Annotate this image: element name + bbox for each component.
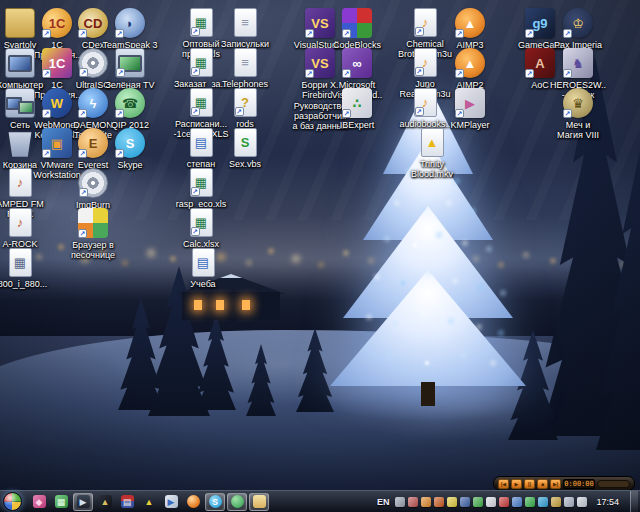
aimp-progress-bar[interactable] <box>597 480 630 488</box>
play-app-icon: ▶ <box>165 495 178 508</box>
pax-imperia-icon: ♔↗ <box>563 8 593 38</box>
show-desktop-button[interactable] <box>630 491 638 512</box>
tray-device-icon[interactable] <box>395 497 405 507</box>
tray-browser-blue-icon[interactable] <box>460 497 470 507</box>
shortcut-arrow-icon: ↗ <box>78 149 87 158</box>
shortcut-arrow-icon: ↗ <box>191 187 200 196</box>
tray-shield-yellow-icon[interactable] <box>447 497 457 507</box>
desktop-icon-might-magic-viii[interactable]: ♛↗Меч и Магия VIII <box>546 88 610 141</box>
desktop-icon-qip-2012[interactable]: ☎↗QIP 2012 <box>98 88 162 130</box>
aimp-prev-button[interactable]: |◀ <box>498 479 509 489</box>
taskbar-globe-app-button[interactable] <box>227 493 247 511</box>
kmplayer-icon: ▶↗ <box>455 88 485 118</box>
shortcut-arrow-icon: ↗ <box>525 69 534 78</box>
tray-skype-tray-icon[interactable] <box>538 497 548 507</box>
tray-orange-app-icon[interactable] <box>421 497 431 507</box>
shortcut-arrow-icon: ↗ <box>79 188 88 197</box>
aimp-deskband[interactable]: |◀▶||■▶| 0:00:00 <box>493 476 635 491</box>
media-window-icon: ▶ <box>77 495 90 508</box>
shortcut-arrow-icon: ↗ <box>342 29 351 38</box>
shortcut-arrow-icon: ↗ <box>42 109 51 118</box>
calc-xlsx-icon: ▦↗ <box>190 208 213 237</box>
desktop-icon-ibexpert[interactable]: ∴↗IBExpert <box>325 88 389 130</box>
desktop-icon-pax-imperia[interactable]: ♔↗Pax Imperia <box>546 8 610 50</box>
codeblocks-icon: ↗ <box>342 8 372 38</box>
desktop-icon-codeblocks[interactable]: ↗CodeBlocks <box>325 8 389 50</box>
system-tray: EN 17:54 <box>374 491 640 512</box>
aimp-stop-button[interactable]: ■ <box>537 479 548 489</box>
aimp-next-button[interactable]: ▶| <box>550 479 561 489</box>
imgburn-icon: ↗ <box>78 168 108 198</box>
8800-file-icon: ▦ <box>9 248 32 277</box>
sex-vbs-icon: S <box>234 128 257 157</box>
taskbar-pink-app-button[interactable]: ◆ <box>29 493 49 511</box>
shortcut-arrow-icon: ↗ <box>455 69 464 78</box>
skype-app-icon: S <box>209 495 222 508</box>
tray-messenger-green-icon[interactable] <box>525 497 535 507</box>
aimp-pause-button[interactable]: || <box>524 479 535 489</box>
desktop-icon-8800-file[interactable]: ▦8800_і_880... <box>0 248 52 289</box>
tray-aimp-red-icon[interactable] <box>499 497 509 507</box>
desktop-icon-a-rock[interactable]: ♪A-ROCK <box>0 208 52 249</box>
language-indicator[interactable]: EN <box>374 495 393 509</box>
trinity-blood-mkv-icon: ▲ <box>421 128 444 157</box>
aimp-play-button[interactable]: ▶ <box>511 479 522 489</box>
desktop-icon-calc-xlsx[interactable]: ▦↗Calc.xlsx <box>169 208 233 249</box>
desktop-icon-imgburn[interactable]: ↗ImgBurn <box>61 168 125 210</box>
desktop-icon-trinity-blood-mkv[interactable]: ▲Trinity Blood.mkv <box>400 128 464 180</box>
desktop-icon-zapisulki[interactable]: ≡Записульки <box>213 8 277 49</box>
tray-qip-flower-icon[interactable] <box>551 497 561 507</box>
book-app-icon: ▤ <box>121 495 134 508</box>
desktop-icon-kmplayer[interactable]: ▶↗KMPlayer <box>438 88 502 130</box>
ucheba-icon: ▤ <box>192 248 215 277</box>
taskbar-explorer-button[interactable] <box>249 493 269 511</box>
desktop-icon-label: Меч и Магия VIII <box>546 120 610 141</box>
zakazat-xls-icon: ▦↗ <box>190 48 213 77</box>
desktop-icon-rasp-eco-xls[interactable]: ▦↗rasp_eco.xls <box>169 168 233 209</box>
desktop-icon-ucheba[interactable]: ▤Учеба <box>171 248 235 289</box>
green-tv-icon: ↗ <box>115 48 145 78</box>
desktop-icon-aimp3[interactable]: ▲↗AIMP3 <box>438 8 502 50</box>
sandboxed-browser-icon: ↗ <box>78 208 108 238</box>
desktop-icon-rods[interactable]: ?↗rods <box>213 88 277 129</box>
zapisulki-icon: ≡ <box>234 8 257 37</box>
shortcut-arrow-icon: ↗ <box>415 27 424 36</box>
teamspeak3-icon: ◗↗ <box>115 8 145 38</box>
rasp-eco-xls-icon: ▦↗ <box>190 168 213 197</box>
taskbar-delta-app-button[interactable]: ▲ <box>139 493 159 511</box>
taskbar-green-app-button[interactable]: ▦ <box>51 493 71 511</box>
start-button[interactable] <box>3 492 22 511</box>
taskbar-media-window-button[interactable]: ▶ <box>73 493 93 511</box>
tray-agent-red-icon[interactable] <box>408 497 418 507</box>
desktop-icon-sandboxed-browser[interactable]: ↗Браузер в песочнице <box>61 208 125 261</box>
tray-network-tray-icon[interactable] <box>564 497 574 507</box>
taskbar-book-app-button[interactable]: ▤ <box>117 493 137 511</box>
desktop-icon-sex-vbs[interactable]: SSex.vbs <box>213 128 277 169</box>
tray-flag-notify-icon[interactable] <box>486 497 496 507</box>
desktop-icon-green-tv[interactable]: ↗Зелёная TV <box>98 48 162 90</box>
desktop-icon-skype[interactable]: S↗Skype <box>98 128 162 170</box>
pink-app-icon: ◆ <box>33 495 46 508</box>
shortcut-arrow-icon: ↗ <box>305 29 314 38</box>
clock[interactable]: 17:54 <box>590 497 627 507</box>
shortcut-arrow-icon: ↗ <box>563 109 572 118</box>
taskbar-skype-app-button[interactable]: S <box>205 493 225 511</box>
desktop-icon-telephones[interactable]: ≡Telephones <box>213 48 277 89</box>
shortcut-arrow-icon: ↗ <box>563 29 572 38</box>
desktop-icon-aimp2[interactable]: ▲↗AIMP2 <box>438 48 502 90</box>
aimp2-icon: ▲↗ <box>455 48 485 78</box>
desktop-icon-label: Trinity Blood.mkv <box>400 159 464 180</box>
tray-monitor-blue-icon[interactable] <box>512 497 522 507</box>
stepan-doc-icon: ▤ <box>190 128 213 157</box>
green-app-icon: ▦ <box>55 495 68 508</box>
taskbar-firefox-button[interactable] <box>183 493 203 511</box>
raspisanie-xls-icon: ▦↗ <box>190 88 213 117</box>
tray-volume-icon[interactable] <box>577 497 587 507</box>
shortcut-arrow-icon: ↗ <box>415 67 424 76</box>
taskbar-play-app-button[interactable]: ▶ <box>161 493 181 511</box>
taskbar-bat-app-button[interactable]: ▲ <box>95 493 115 511</box>
tray-download-manager-icon[interactable] <box>434 497 444 507</box>
desktop[interactable]: Svartolv1С↗1С Предприя..CD↗CDex◗↗TeamSpe… <box>0 0 640 512</box>
shortcut-arrow-icon: ↗ <box>42 29 51 38</box>
tray-update-green-icon[interactable] <box>473 497 483 507</box>
